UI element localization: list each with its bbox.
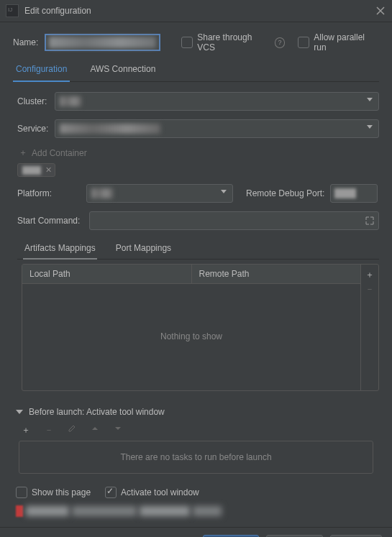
redacted-name-value xyxy=(49,37,156,48)
remote-debug-port-input[interactable] xyxy=(330,184,378,203)
tab-artifacts-mappings[interactable]: Artifacts Mappings xyxy=(23,239,97,259)
mappings-table: Local Path Remote Path Nothing to show ＋… xyxy=(22,264,379,391)
redacted-container-name xyxy=(22,166,41,175)
chevron-down-icon xyxy=(367,125,373,129)
before-launch-title: Before launch: Activate tool window xyxy=(29,407,165,417)
chevron-down-icon xyxy=(16,410,23,414)
start-command-label: Start Command: xyxy=(17,216,89,226)
window-title: Edit configuration xyxy=(24,6,375,16)
dialog-footer: ? Debug Cancel Apply xyxy=(0,527,392,537)
plus-icon: ＋ xyxy=(19,147,27,159)
app-icon xyxy=(6,4,19,17)
activate-tool-window-checkbox[interactable] xyxy=(105,487,117,498)
move-up-button xyxy=(91,424,99,436)
remote-debug-label: Remote Debug Port: xyxy=(246,188,324,198)
help-icon[interactable]: ? xyxy=(275,37,286,48)
before-launch-empty-text: There are no tasks to run before launch xyxy=(19,441,373,474)
chevron-down-icon xyxy=(221,190,227,193)
title-bar: Edit configuration xyxy=(0,0,392,22)
move-down-button xyxy=(114,424,122,436)
before-launch-toggle[interactable]: Before launch: Activate tool window xyxy=(16,407,376,417)
add-container-label: Add Container xyxy=(32,148,87,158)
remove-task-button: － xyxy=(45,424,53,436)
allow-parallel-checkbox[interactable] xyxy=(298,37,309,48)
redacted-status-bar xyxy=(16,505,376,517)
share-vcs-checkbox[interactable] xyxy=(181,37,193,48)
platform-label: Platform: xyxy=(17,188,60,198)
redacted-service-value xyxy=(60,124,160,134)
close-icon[interactable] xyxy=(375,5,386,17)
tab-configuration[interactable]: Configuration xyxy=(13,60,70,81)
expand-icon[interactable] xyxy=(365,216,374,225)
column-local-path[interactable]: Local Path xyxy=(22,265,192,283)
service-label: Service: xyxy=(17,124,55,134)
show-this-page-label: Show this page xyxy=(32,487,91,497)
redacted-platform-value xyxy=(91,188,113,198)
name-input[interactable] xyxy=(45,34,160,51)
activate-tool-window-label: Activate tool window xyxy=(121,487,199,497)
platform-select[interactable] xyxy=(86,184,233,203)
edit-task-button xyxy=(68,424,76,436)
chevron-down-icon xyxy=(367,98,373,101)
share-vcs-label: Share through VCS xyxy=(197,32,271,52)
column-remote-path[interactable]: Remote Path xyxy=(192,265,361,283)
cluster-label: Cluster: xyxy=(17,96,55,106)
show-this-page-checkbox[interactable] xyxy=(16,487,27,498)
close-icon[interactable]: ✕ xyxy=(45,165,52,175)
add-container-button[interactable]: ＋ Add Container xyxy=(17,147,379,159)
add-mapping-button[interactable]: ＋ xyxy=(365,269,374,283)
name-label: Name: xyxy=(13,37,45,47)
service-select[interactable] xyxy=(55,119,379,138)
redacted-port-value xyxy=(334,188,356,198)
main-tabs: Configuration AWS Connection xyxy=(13,60,379,82)
allow-parallel-label: Allow parallel run xyxy=(314,32,379,52)
cluster-select[interactable] xyxy=(55,92,379,111)
remove-mapping-button: － xyxy=(365,283,374,298)
start-command-input[interactable] xyxy=(89,211,379,230)
before-launch-toolbar: ＋ － xyxy=(16,417,376,441)
redacted-cluster-value xyxy=(60,96,81,106)
mapping-tabs: Artifacts Mappings Port Mappings xyxy=(17,239,379,260)
tab-port-mappings[interactable]: Port Mappings xyxy=(114,239,173,259)
tab-aws-connection[interactable]: AWS Connection xyxy=(87,60,158,81)
add-task-button[interactable]: ＋ xyxy=(22,424,30,436)
container-tab[interactable]: ✕ xyxy=(17,163,55,177)
mappings-empty-text: Nothing to show xyxy=(22,284,360,388)
